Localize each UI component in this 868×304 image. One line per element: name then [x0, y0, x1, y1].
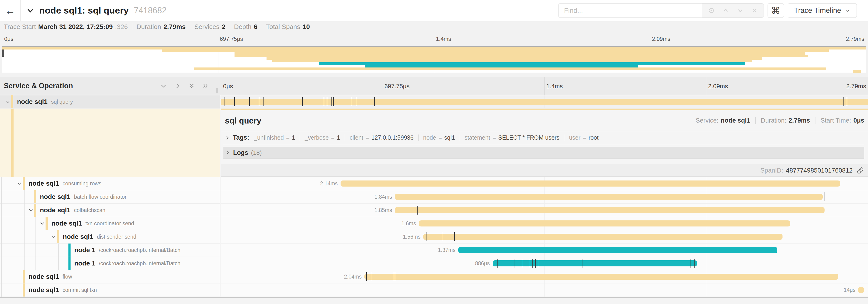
span-bar[interactable] — [423, 234, 782, 240]
log-marker[interactable] — [332, 97, 332, 106]
log-marker[interactable] — [532, 259, 533, 268]
log-marker[interactable] — [327, 97, 327, 106]
span-operation-name: sql query — [51, 99, 73, 105]
log-marker[interactable] — [847, 97, 847, 106]
span-tree-row[interactable]: node sql1flow — [0, 270, 220, 283]
log-marker[interactable] — [522, 259, 522, 268]
tag-key: client — [350, 134, 363, 141]
log-marker[interactable] — [791, 219, 792, 228]
focus-match-icon[interactable] — [708, 7, 715, 14]
summary-separator — [229, 23, 230, 30]
chevron-down-icon[interactable] — [39, 221, 45, 227]
minimap-span-bar — [2, 47, 866, 49]
log-marker[interactable] — [333, 97, 334, 106]
span-tree-row[interactable]: node sql1sql query — [0, 95, 220, 108]
log-marker[interactable] — [357, 97, 357, 106]
log-marker[interactable] — [417, 206, 418, 214]
span-bar[interactable] — [493, 260, 697, 266]
log-marker[interactable] — [497, 259, 498, 268]
log-marker[interactable] — [535, 259, 536, 268]
log-marker[interactable] — [690, 259, 690, 268]
log-marker[interactable] — [351, 97, 351, 106]
span-detail-panel: sql query Service: node sql1 Duration: 2… — [221, 108, 868, 177]
span-bar[interactable] — [858, 287, 864, 293]
log-marker[interactable] — [302, 97, 303, 106]
keyboard-shortcuts-button[interactable]: ⌘ — [768, 3, 784, 18]
log-marker[interactable] — [374, 97, 375, 106]
span-bar[interactable] — [221, 99, 868, 105]
span-tree-row[interactable]: node sql1dist sender send — [0, 230, 220, 243]
span-tree-row[interactable]: node sql1commit sql txn — [0, 283, 220, 297]
panel-divider[interactable] — [220, 95, 220, 297]
log-marker[interactable] — [539, 259, 539, 268]
chevron-down-icon[interactable] — [17, 181, 22, 187]
prev-match-icon[interactable] — [722, 7, 730, 14]
log-marker[interactable] — [825, 192, 825, 201]
chevron-down-icon[interactable] — [28, 207, 34, 214]
find-input[interactable] — [558, 3, 702, 18]
span-tree-row[interactable]: node sql1batch flow coordinator — [0, 190, 220, 204]
span-bar[interactable] — [341, 180, 840, 187]
copy-link-icon[interactable] — [857, 167, 864, 174]
log-marker[interactable] — [515, 259, 515, 268]
log-marker[interactable] — [324, 97, 324, 106]
minimap-span-bar — [194, 67, 826, 70]
span-bar[interactable] — [458, 247, 777, 253]
log-marker[interactable] — [249, 97, 250, 106]
span-tree-row[interactable]: node sql1txn coordinator send — [0, 217, 220, 230]
panel-resize-grip[interactable] — [216, 88, 218, 93]
tags-accordion[interactable]: Tags: _unfinished=1_verbose=1client=127.… — [223, 131, 864, 144]
span-duration-label: 1.85ms — [374, 207, 392, 213]
span-operation-name: batch flow coordinator — [74, 194, 127, 200]
span-bar[interactable] — [395, 194, 823, 200]
next-match-icon[interactable] — [737, 7, 744, 14]
span-bar[interactable] — [395, 207, 825, 213]
span-bar[interactable] — [419, 221, 790, 227]
log-marker[interactable] — [234, 97, 235, 106]
bottom-scroll-divider[interactable] — [0, 297, 868, 298]
span-duration-label: 1.6ms — [401, 221, 416, 227]
logs-accordion[interactable]: Logs (18) — [223, 147, 864, 159]
log-marker[interactable] — [843, 97, 844, 106]
log-marker[interactable] — [583, 259, 583, 268]
log-marker[interactable] — [393, 272, 393, 281]
log-marker[interactable] — [427, 232, 427, 241]
log-marker[interactable] — [264, 97, 264, 106]
tag-list: _unfinished=1_verbose=1client=127.0.0.1:… — [254, 134, 598, 141]
log-marker[interactable] — [529, 259, 529, 268]
chevron-down-icon[interactable] — [51, 234, 57, 240]
span-tree-row[interactable]: node sql1consuming rows — [0, 177, 220, 190]
log-marker[interactable] — [372, 272, 372, 281]
back-button[interactable]: ← — [0, 0, 21, 21]
span-tree-row[interactable]: node sql1colbatchscan — [0, 204, 220, 217]
span-bar-row: 1.37ms — [221, 243, 868, 257]
chevron-down-icon[interactable] — [5, 99, 11, 105]
span-duration-label: 2.14ms — [320, 180, 338, 187]
collapse-one-icon[interactable] — [160, 82, 167, 90]
log-marker[interactable] — [224, 97, 224, 106]
title-chevron-down-icon[interactable] — [26, 6, 35, 15]
collapse-all-icon[interactable] — [188, 82, 195, 90]
clear-find-icon[interactable] — [751, 7, 758, 14]
log-marker[interactable] — [454, 232, 455, 241]
span-color-strip — [34, 190, 36, 203]
log-marker[interactable] — [395, 272, 395, 281]
tree-header-title: Service & Operation — [4, 82, 73, 90]
minimap-canvas[interactable] — [2, 46, 866, 73]
ruler-gridline — [382, 77, 383, 95]
log-marker[interactable] — [366, 272, 367, 281]
span-bar[interactable] — [364, 274, 838, 280]
minimap-span-bar — [162, 49, 829, 52]
log-marker[interactable] — [694, 259, 695, 268]
expand-all-icon[interactable] — [202, 82, 209, 90]
span-tree-row[interactable]: node 1/cockroach.roachpb.Internal/Batch — [0, 257, 220, 270]
span-color-strip — [23, 177, 25, 190]
expand-one-icon[interactable] — [174, 82, 181, 90]
log-marker[interactable] — [443, 232, 443, 241]
find-group — [558, 3, 764, 18]
log-marker[interactable] — [259, 97, 259, 106]
metric-value: 6 — [254, 23, 258, 31]
view-selector-button[interactable]: Trace Timeline — [788, 3, 857, 18]
span-tree-row[interactable]: node 1/cockroach.roachpb.Internal/Batch — [0, 243, 220, 257]
span-operation-name: flow — [63, 274, 72, 280]
